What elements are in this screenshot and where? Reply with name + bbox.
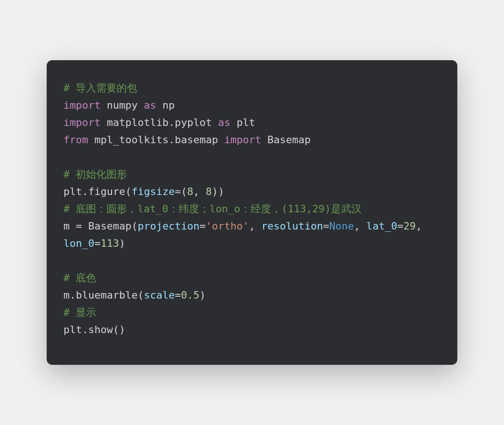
code-token-default: )) <box>212 186 224 197</box>
code-token-default: , <box>249 220 261 232</box>
code-token-default: plt <box>231 117 255 128</box>
code-block: # 导入需要的包 import numpy as np import matpl… <box>63 80 441 338</box>
code-token-param: projection <box>138 220 199 232</box>
code-token-default: plt.figure( <box>63 186 132 197</box>
code-token-comment: # 底图：圆形，lat_0：纬度；lon_o：经度，(113,29)是武汉 <box>63 203 362 215</box>
code-token-keyword: import <box>63 99 100 111</box>
code-token-default: matplotlib.pyplot <box>100 117 218 128</box>
code-token-comment: # 初始化图形 <box>63 168 127 180</box>
code-token-keyword: as <box>218 117 231 128</box>
code-token-comment: # 底色 <box>63 272 97 284</box>
code-token-const: None <box>329 220 354 232</box>
code-line: m.bluemarble(scale=0.5) <box>63 289 206 301</box>
code-card: # 导入需要的包 import numpy as np import matpl… <box>47 60 457 364</box>
code-token-default: np <box>156 99 175 111</box>
code-line: # 显示 <box>63 307 97 318</box>
code-token-number: 8 <box>206 186 212 197</box>
code-line: plt.show() <box>63 324 125 335</box>
code-line: from mpl_toolkits.basemap import Basemap <box>63 134 311 146</box>
code-line: # 底色 <box>63 272 97 284</box>
code-token-number: 0.5 <box>181 289 200 301</box>
code-token-param: figsize <box>132 186 175 197</box>
code-token-param: resolution <box>261 220 323 232</box>
code-token-default: m = Basemap( <box>63 220 138 232</box>
code-line: import matplotlib.pyplot as plt <box>63 117 255 128</box>
code-token-default: plt.show() <box>63 324 125 335</box>
code-token-param: scale <box>144 289 175 301</box>
code-token-comment: # 显示 <box>63 307 97 318</box>
code-token-default: = <box>94 237 100 249</box>
code-token-keyword: import <box>63 117 100 128</box>
code-token-default: = <box>397 220 403 232</box>
code-token-default: ) <box>119 237 125 249</box>
code-token-default: , <box>354 220 367 232</box>
code-token-number: 8 <box>187 186 193 197</box>
code-token-default: ) <box>199 289 205 301</box>
code-line: plt.figure(figsize=(8, 8)) <box>63 186 224 197</box>
code-line: m = Basemap(projection='ortho', resoluti… <box>63 220 428 249</box>
code-line: import numpy as np <box>63 99 175 111</box>
code-token-default: m.bluemarble( <box>63 289 144 301</box>
code-token-string: 'ortho' <box>206 220 249 232</box>
code-token-default: , <box>193 186 206 197</box>
code-token-default: , <box>416 220 428 232</box>
code-token-default: numpy <box>100 99 144 111</box>
code-token-default: Basemap <box>261 134 311 146</box>
code-token-default: = <box>199 220 205 232</box>
code-line: # 底图：圆形，lat_0：纬度；lon_o：经度，(113,29)是武汉 <box>63 203 362 215</box>
code-token-param: lon_0 <box>63 237 94 249</box>
code-token-keyword: import <box>224 134 261 146</box>
code-token-keyword: as <box>144 99 156 111</box>
code-token-default: mpl_toolkits.basemap <box>88 134 224 146</box>
code-token-keyword: from <box>63 134 88 146</box>
code-token-default: = <box>323 220 329 232</box>
code-line: # 导入需要的包 <box>63 82 138 94</box>
code-token-number: 113 <box>100 237 119 249</box>
code-token-comment: # 导入需要的包 <box>63 82 138 94</box>
code-token-default: = <box>175 289 181 301</box>
code-token-param: lat_0 <box>366 220 397 232</box>
code-token-default: =( <box>175 186 187 197</box>
code-token-number: 29 <box>404 220 416 232</box>
code-line: # 初始化图形 <box>63 168 127 180</box>
